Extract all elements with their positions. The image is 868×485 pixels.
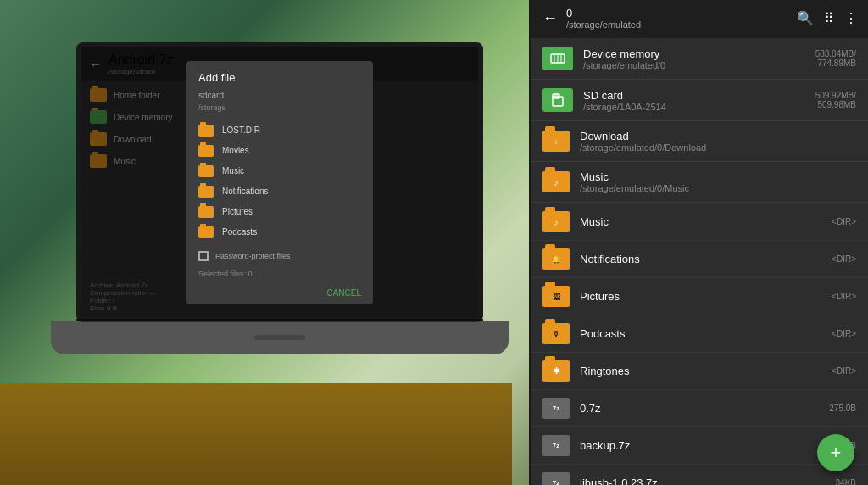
file-meta: <DIR>	[832, 254, 856, 264]
cancel-button[interactable]: CANCEL	[326, 288, 361, 298]
file-info: Music	[580, 215, 821, 228]
folder-icon	[198, 165, 214, 177]
grid-icon[interactable]: ⠿	[824, 10, 834, 26]
list-item[interactable]: Pictures	[186, 202, 373, 222]
device-memory-size: 583.84MB/ 774.89MB	[815, 49, 856, 68]
password-protect-label: Password-protect files	[215, 252, 291, 260]
item-label: Pictures	[222, 207, 253, 216]
file-name: 0.7z	[580, 402, 819, 415]
sd-card-item[interactable]: SD card /storage/1A0A-2514 509.92MB/ 509…	[531, 80, 868, 121]
sd-card-path: /storage/1A0A-2514	[583, 102, 805, 112]
notifications-folder-icon	[542, 248, 570, 270]
file-list: Music <DIR> Notifications <DIR> Pictures…	[531, 203, 868, 485]
folder-icon	[198, 226, 214, 238]
panel-count: 0	[566, 7, 790, 20]
list-item[interactable]: Podcasts	[186, 222, 373, 242]
size-used: 583.84MB/	[815, 49, 856, 59]
download-folder-path: /storage/emulated/0/Download	[580, 142, 856, 153]
device-memory-info: Device memory /storage/emulated/0	[583, 47, 805, 70]
file-info: Podcasts	[580, 327, 821, 340]
dialog-overlay: Add file sdcard /storage LOST.DIR Movies…	[76, 42, 483, 322]
search-icon[interactable]: 🔍	[797, 10, 814, 26]
ringtones-item[interactable]: Ringtones <DIR>	[531, 353, 868, 390]
item-label: Movies	[222, 146, 249, 155]
sd-card-name: SD card	[583, 89, 805, 102]
pictures-folder-icon	[542, 286, 570, 307]
download-folder-item[interactable]: ↓ Download /storage/emulated/0/Download	[531, 121, 868, 162]
laptop-notch	[254, 335, 305, 340]
file-name: Music	[580, 215, 821, 228]
music-item[interactable]: Music <DIR>	[531, 203, 868, 241]
music-folder-icon	[542, 211, 570, 232]
password-protect-checkbox[interactable]	[198, 251, 209, 261]
file-name: Ringtones	[580, 365, 821, 377]
panel-back-button[interactable]: ←	[541, 8, 559, 29]
panel-header: ← 0 /storage/emulated 🔍 ⠿ ⋮	[531, 0, 868, 38]
item-label: Podcasts	[222, 227, 257, 237]
file-name: backup.7z	[580, 439, 809, 452]
file-meta: 34KB	[836, 478, 856, 485]
ringtones-folder-icon	[542, 360, 570, 382]
file-7z-icon: 7z	[542, 472, 570, 485]
file-0-7z-item[interactable]: 7z 0.7z 275.0B	[531, 390, 868, 427]
sd-card-icon	[542, 88, 573, 112]
dialog-actions: CANCEL	[186, 282, 373, 304]
main-panel: ← 0 /storage/emulated 🔍 ⠿ ⋮ Device memor…	[529, 0, 868, 485]
more-options-icon[interactable]: ⋮	[844, 10, 858, 26]
download-folder-info: Download /storage/emulated/0/Download	[580, 130, 856, 153]
panel-toolbar-icons: 🔍 ⠿ ⋮	[797, 10, 858, 26]
file-meta: <DIR>	[832, 329, 856, 338]
panel-path: /storage/emulated	[566, 20, 790, 30]
panel-header-top: ← 0 /storage/emulated 🔍 ⠿ ⋮	[541, 7, 858, 30]
list-item[interactable]: LOST.DIR	[186, 120, 373, 141]
sd-card-info: SD card /storage/1A0A-2514	[583, 89, 805, 112]
music-folder-icon	[542, 171, 570, 192]
device-memory-name: Device memory	[583, 47, 805, 60]
notifications-item[interactable]: Notifications <DIR>	[531, 241, 868, 278]
music-folder-name: Music	[580, 170, 856, 183]
device-memory-path: /storage/emulated/0	[583, 60, 805, 70]
file-info: Notifications	[580, 253, 821, 265]
file-7z-icon: 7z	[542, 435, 570, 456]
dialog-title: Add file	[186, 61, 373, 91]
file-7z-icon: 7z	[542, 398, 570, 419]
file-name: libusb-1.0.23.7z	[580, 477, 826, 485]
music-folder-item[interactable]: Music /storage/emulated/0/Music	[531, 162, 868, 203]
file-name: Podcasts	[580, 327, 821, 340]
music-folder-info: Music /storage/emulated/0/Music	[580, 170, 856, 193]
file-info: backup.7z	[580, 439, 809, 452]
password-protect-row[interactable]: Password-protect files	[186, 246, 373, 266]
file-info: libusb-1.0.23.7z	[580, 477, 826, 485]
folder-icon	[198, 186, 214, 198]
file-info: 0.7z	[580, 402, 819, 415]
dialog-subtitle: sdcard	[186, 91, 373, 103]
device-memory-icon	[542, 47, 573, 70]
add-file-dialog: Add file sdcard /storage LOST.DIR Movies…	[186, 61, 373, 304]
podcasts-item[interactable]: Podcasts <DIR>	[531, 315, 868, 353]
storage-section: Device memory /storage/emulated/0 583.84…	[531, 38, 868, 203]
list-item[interactable]: Music	[186, 161, 373, 181]
size-used: 509.92MB/	[815, 91, 856, 100]
device-memory-item[interactable]: Device memory /storage/emulated/0 583.84…	[531, 38, 868, 80]
list-item[interactable]: Notifications	[186, 181, 373, 202]
file-meta: <DIR>	[832, 292, 856, 301]
libusb-7z-item[interactable]: 7z libusb-1.0.23.7z 34KB	[531, 465, 868, 485]
laptop-body	[51, 321, 509, 354]
folder-icon	[198, 125, 214, 137]
file-name: Pictures	[580, 290, 821, 303]
size-total: 509.98MB	[815, 100, 856, 109]
podcasts-folder-icon	[542, 323, 570, 344]
file-meta: 275.0B	[829, 404, 856, 413]
pictures-item[interactable]: Pictures <DIR>	[531, 278, 868, 315]
item-label: Notifications	[222, 187, 268, 196]
add-fab-button[interactable]: +	[817, 434, 854, 471]
file-info: Ringtones	[580, 365, 821, 377]
folder-icon	[198, 145, 214, 157]
size-total: 774.89MB	[815, 59, 856, 68]
file-meta: <DIR>	[832, 217, 856, 226]
dialog-file-list: LOST.DIR Movies Music Notifications Pict…	[186, 117, 373, 246]
dialog-path: /storage	[186, 103, 373, 117]
folder-icon	[198, 206, 214, 218]
file-info: Pictures	[580, 290, 821, 303]
list-item[interactable]: Movies	[186, 141, 373, 161]
